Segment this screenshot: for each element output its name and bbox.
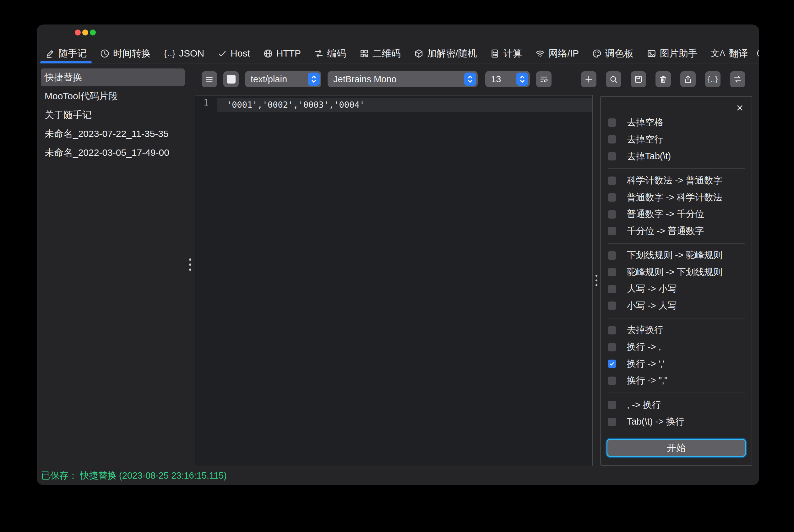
option-row[interactable]: 去掉Tab(\t) (606, 148, 746, 165)
option-row[interactable]: Tab(\t) -> 换行 (606, 413, 746, 430)
panel-footer: 开始 (606, 430, 746, 457)
option-row[interactable]: 去掉空行 (606, 131, 746, 148)
export-button[interactable] (680, 71, 696, 87)
checkbox[interactable] (608, 285, 616, 293)
tab-host[interactable]: Host (211, 44, 257, 63)
option-label: 小写 -> 大写 (627, 300, 677, 312)
font-family-select[interactable]: JetBrains Mono (327, 71, 478, 87)
drag-dot (596, 284, 598, 286)
tab-http[interactable]: HTTP (257, 44, 307, 63)
option-row[interactable]: , -> 换行 (606, 397, 746, 414)
tab-label: 编码 (327, 47, 346, 60)
option-row[interactable]: 大写 -> 小写 (606, 281, 746, 298)
sidebar-resize-handle[interactable] (185, 63, 195, 466)
tab-notes[interactable]: 随手记 (39, 44, 93, 63)
sidebar-item-mootool-snippets[interactable]: MooTool代码片段 (41, 87, 185, 105)
option-label: 去掉空行 (627, 133, 663, 146)
tab-scheduled[interactable]: .. (754, 48, 759, 59)
font-size-select[interactable]: 13 (485, 71, 530, 87)
trash-icon (659, 75, 668, 84)
checkbox[interactable] (608, 118, 616, 127)
minimize-traffic-light[interactable] (82, 30, 88, 36)
option-row[interactable]: 普通数字 -> 千分位 (606, 206, 746, 223)
checkbox[interactable] (608, 326, 616, 335)
checkbox[interactable] (608, 227, 616, 235)
export-icon (683, 75, 693, 84)
zoom-traffic-light[interactable] (90, 30, 96, 36)
checkbox[interactable] (608, 418, 616, 426)
menu-button[interactable] (202, 71, 217, 87)
active-code-line[interactable]: '0001','0002','0003','0004' (218, 98, 592, 112)
close-traffic-light[interactable] (75, 30, 81, 36)
color-swatch-button[interactable] (223, 71, 239, 87)
option-row[interactable]: 下划线规则 -> 驼峰规则 (606, 247, 746, 264)
select-stepper (308, 73, 320, 86)
checkbox[interactable] (608, 302, 616, 310)
option-row-checked[interactable]: 换行 -> ',' (606, 356, 746, 373)
tab-json[interactable]: {..} JSON (157, 44, 211, 63)
content-type-value: text/plain (251, 74, 287, 84)
tab-crypto-random[interactable]: 加解密/随机 (408, 44, 484, 63)
start-button-label: 开始 (667, 441, 686, 454)
tab-label: 随手记 (58, 47, 87, 60)
option-label: Tab(\t) -> 换行 (627, 416, 684, 428)
sidebar-item-untitled-2023[interactable]: 未命名_2023-07-22_11-35-35 (41, 125, 185, 143)
option-row[interactable]: 去掉换行 (606, 322, 746, 339)
checkbox[interactable] (608, 193, 616, 202)
option-row[interactable]: 普通数字 -> 科学计数法 (606, 189, 746, 206)
option-label: 去掉换行 (627, 324, 663, 336)
checkbox[interactable] (608, 176, 616, 185)
font-size-value: 13 (491, 74, 501, 84)
search-icon (609, 75, 618, 84)
editor-text-area[interactable]: '0001','0002','0003','0004' (218, 95, 592, 466)
option-row[interactable]: 驼峰规则 -> 下划线规则 (606, 264, 746, 281)
drag-dot (189, 268, 191, 271)
content-type-select[interactable]: text/plain (245, 71, 321, 87)
checkbox[interactable] (608, 251, 616, 260)
checkbox[interactable] (608, 401, 616, 409)
tab-translate[interactable]: 文A 翻译 (704, 44, 754, 63)
option-row[interactable]: 去掉空格 (606, 114, 746, 131)
tab-label: 翻译 (729, 47, 748, 60)
code-editor[interactable]: 1 '0001','0002','0003','0004' (195, 95, 593, 466)
delete-button[interactable] (656, 71, 671, 87)
titlebar (37, 24, 759, 44)
tab-time-convert[interactable]: 时间转换 (93, 44, 157, 63)
palette-icon (592, 49, 602, 58)
checkbox[interactable] (608, 343, 616, 352)
sidebar-item-untitled-2022[interactable]: 未命名_2022-03-05_17-49-00 (41, 144, 185, 162)
format-json-button[interactable]: {..} (705, 71, 720, 87)
option-row[interactable]: 千分位 -> 普通数字 (606, 223, 746, 240)
word-wrap-button[interactable] (536, 71, 551, 87)
option-row[interactable]: 小写 -> 大写 (606, 298, 746, 315)
tab-encode[interactable]: 编码 (307, 44, 353, 63)
plus-icon (584, 75, 593, 84)
panel-close-button[interactable] (733, 102, 746, 114)
checkbox-checked[interactable] (608, 360, 616, 368)
sidebar-item-about-notes[interactable]: 关于随手记 (41, 106, 185, 124)
search-button[interactable] (606, 71, 621, 87)
tab-image-helper[interactable]: 图片助手 (640, 44, 704, 63)
select-stepper (516, 73, 528, 86)
tab-palette[interactable]: 调色板 (585, 44, 640, 63)
panel-resize-handle[interactable] (593, 95, 600, 466)
sidebar-item-quick-replace[interactable]: 快捷替换 (41, 69, 185, 87)
start-button[interactable]: 开始 (606, 439, 746, 457)
checkbox[interactable] (608, 377, 616, 385)
tab-network-ip[interactable]: 网络/IP (529, 44, 585, 63)
option-row[interactable]: 换行 -> "," (606, 372, 746, 389)
tab-qrcode[interactable]: 二维码 (353, 44, 408, 63)
option-row[interactable]: 换行 -> , (606, 339, 746, 356)
sidebar-item-label: 关于随手记 (44, 109, 92, 121)
option-row[interactable]: 科学计数法 -> 普通数字 (606, 172, 746, 189)
save-button[interactable] (631, 71, 646, 87)
add-note-button[interactable] (581, 71, 597, 87)
checkbox[interactable] (608, 135, 616, 144)
checkbox[interactable] (608, 268, 616, 277)
checkbox[interactable] (608, 152, 616, 160)
swap-content-button[interactable] (730, 71, 745, 87)
tab-label: Host (230, 48, 250, 59)
checkbox[interactable] (608, 210, 616, 218)
main-area: text/plain JetBrains Mono 13 (195, 63, 759, 466)
tab-calc[interactable]: 计算 (484, 44, 529, 63)
